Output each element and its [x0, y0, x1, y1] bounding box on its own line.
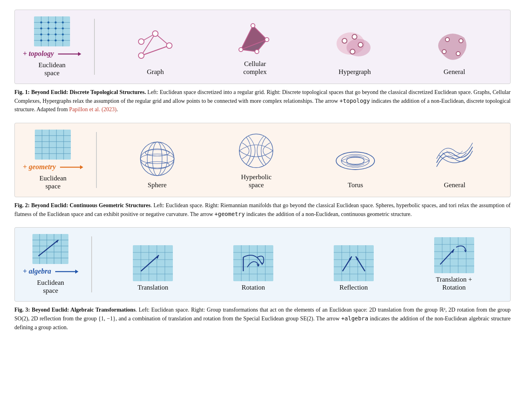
- svg-line-30: [141, 46, 169, 56]
- svg-point-14: [47, 28, 49, 30]
- caption3-title: Fig. 3: Beyond Euclid: Algebraic Transfo…: [14, 307, 136, 313]
- fig1-general-label: General: [444, 68, 465, 76]
- svg-point-69: [140, 154, 174, 164]
- euclidean-grid-fig3: [32, 234, 68, 264]
- svg-point-52: [350, 49, 355, 54]
- reflection-icon: [334, 245, 374, 281]
- fig3-item-rotation: Rotation: [233, 245, 273, 292]
- svg-point-55: [456, 52, 460, 56]
- fig2-arrow: + geometry: [23, 163, 83, 171]
- svg-point-19: [54, 34, 56, 36]
- svg-point-74: [147, 142, 167, 176]
- fig3-reflection-label: Reflection: [339, 284, 368, 292]
- svg-point-56: [442, 50, 446, 54]
- svg-point-78: [341, 154, 369, 167]
- fig1-item-graph: Graph: [133, 26, 177, 76]
- fig3-divider: [91, 236, 92, 292]
- svg-point-21: [40, 40, 42, 42]
- svg-rect-57: [35, 130, 71, 160]
- caption2-text2: indicates the addition of a non-Euclidea…: [245, 211, 412, 217]
- fig3-right-items: Translation: [105, 237, 502, 292]
- euclidean-grid-fig1: [34, 16, 70, 46]
- fig2-sphere-label: Sphere: [148, 181, 166, 189]
- fig1-graph-label: Graph: [147, 68, 164, 76]
- fig1-cellular-label: Cellularcomplex: [243, 60, 267, 76]
- algebra-plus-label: + algebra: [23, 267, 51, 276]
- svg-point-53: [445, 38, 449, 42]
- fig2-right-items: Sphere Hyperbolicspace: [110, 131, 502, 189]
- hyperbolic-icon: [234, 131, 278, 171]
- svg-point-10: [47, 22, 49, 24]
- cellular-complex-icon: [233, 18, 277, 58]
- svg-point-12: [62, 22, 64, 24]
- fig1-general-icon: [432, 26, 476, 66]
- caption1: Fig. 1: Beyond Euclid: Discrete Topologi…: [14, 88, 511, 114]
- topology-arrow-icon: [57, 50, 81, 58]
- svg-rect-103: [233, 245, 273, 281]
- fig1-arrow: + topology: [23, 50, 81, 58]
- fig2-divider: [96, 132, 97, 188]
- algebra-arrow-icon: [54, 268, 78, 275]
- svg-point-24: [62, 40, 64, 42]
- sphere-icon: [135, 139, 179, 179]
- svg-marker-26: [78, 52, 81, 56]
- caption2: Fig. 2: Beyond Euclid: Continuous Geomet…: [14, 201, 511, 218]
- svg-line-27: [141, 34, 155, 56]
- svg-point-46: [255, 50, 259, 54]
- fig2-torus-label: Torus: [348, 181, 363, 189]
- svg-point-20: [62, 34, 64, 36]
- svg-point-48: [347, 39, 371, 56]
- fig1-item-cellular: Cellularcomplex: [233, 18, 277, 76]
- svg-point-45: [265, 38, 269, 42]
- svg-point-32: [152, 31, 158, 36]
- fig3-trans-rot-label: Translation +Rotation: [436, 276, 472, 292]
- figure1-box: + topology Euclideanspace Grap: [14, 10, 511, 84]
- torus-icon: [333, 139, 377, 179]
- svg-point-49: [342, 38, 347, 43]
- translation-rotation-icon: [434, 237, 474, 273]
- geometry-plus-label: + geometry: [23, 163, 56, 171]
- svg-point-11: [54, 22, 56, 24]
- caption1-dot: .: [116, 106, 118, 112]
- svg-point-34: [138, 53, 144, 58]
- fig2-item-sphere: Sphere: [135, 139, 179, 189]
- fig3-left: + algebra Euclideanspace: [23, 234, 78, 295]
- svg-marker-91: [75, 270, 78, 274]
- svg-point-44: [251, 24, 255, 28]
- svg-point-18: [47, 34, 49, 36]
- fig2-left-label: Euclideanspace: [39, 174, 66, 190]
- fig1-left: + topology Euclideanspace: [23, 16, 81, 77]
- svg-point-9: [40, 22, 42, 24]
- geometry-arrow-icon: [59, 164, 83, 171]
- svg-point-73: [152, 142, 162, 176]
- fig2-hyperbolic-label: Hyperbolicspace: [241, 173, 271, 189]
- topology-plus-label: + topology: [23, 50, 54, 58]
- fig3-arrow: + algebra: [23, 267, 78, 276]
- fig2-item-hyperbolic: Hyperbolicspace: [234, 131, 278, 189]
- fig1-divider: [94, 19, 95, 75]
- fig1-hypergraph-label: Hypergraph: [339, 68, 371, 76]
- fig3-rotation-label: Rotation: [242, 284, 265, 292]
- svg-point-71: [145, 150, 169, 156]
- caption2-code: +geometry: [214, 211, 245, 217]
- svg-point-51: [358, 42, 363, 47]
- fig3-translation-label: Translation: [138, 284, 168, 292]
- svg-point-15: [54, 28, 56, 30]
- hypergraph-icon: [333, 26, 377, 66]
- euclidean-grid-fig2: [35, 130, 71, 160]
- svg-point-54: [459, 39, 463, 43]
- caption2-title: Fig. 2: Beyond Euclid: Continuous Geomet…: [14, 202, 150, 208]
- svg-point-43: [239, 48, 243, 52]
- svg-point-35: [138, 39, 144, 44]
- fig1-item-general: General: [432, 26, 476, 76]
- svg-rect-127: [434, 237, 474, 273]
- fig2-left: + geometry Euclideanspace: [23, 130, 83, 190]
- fig3-item-translation: Translation: [133, 245, 173, 292]
- fig1-left-label: Euclideanspace: [38, 61, 66, 77]
- caption1-title: Fig. 1: Beyond Euclid: Discrete Topologi…: [14, 89, 146, 95]
- caption3-code: +algebra: [341, 315, 368, 322]
- figure3-box: + algebra Euclideanspace: [14, 227, 511, 302]
- translation-icon: [133, 245, 173, 281]
- fig2-general-icon: [433, 139, 477, 179]
- caption1-link[interactable]: Papillon et al. (2023): [69, 106, 116, 112]
